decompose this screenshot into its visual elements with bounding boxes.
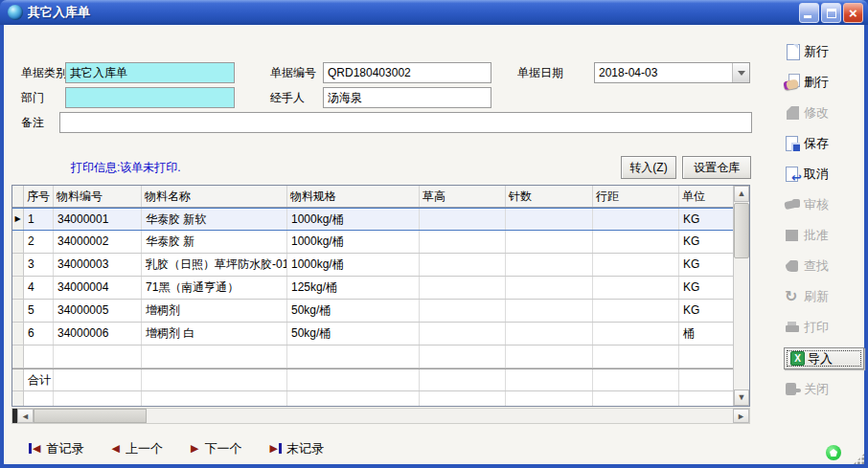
dept-input[interactable] [65,87,235,108]
horizontal-scroll-thumb[interactable] [34,409,147,423]
grid-cell[interactable]: 125kg/桶 [287,277,420,299]
grid-cell[interactable]: 34000003 [54,254,142,276]
grid-cell[interactable] [142,369,287,390]
vertical-scrollbar[interactable]: ▲ ▼ [733,186,749,406]
grid-cell[interactable] [506,277,593,299]
grid-cell[interactable]: 71黑（南通亨通） [142,277,287,299]
column-header-grass_height[interactable]: 草高 [420,186,506,207]
grid-cell[interactable]: 桶 [679,323,734,345]
grid-empty-row[interactable] [12,391,734,406]
grid-cell[interactable]: 34000002 [54,231,142,253]
grid-cell[interactable] [593,231,679,253]
grid-cell[interactable]: 50kg/桶 [287,323,420,345]
grid-row[interactable]: 634000006增稠剂 白50kg/桶桶 [12,323,734,345]
grid-cell[interactable] [593,323,679,345]
grid-cell[interactable] [506,391,593,406]
grid-cell[interactable] [506,231,593,253]
grid-cell[interactable]: KG [679,254,734,276]
grid-cell[interactable]: KG [679,209,734,230]
close-button[interactable]: × [843,3,863,23]
column-header-row_spacing[interactable]: 行距 [593,186,679,207]
grid-cell[interactable] [24,345,54,368]
grid-cell[interactable] [593,209,679,230]
last-record-button[interactable]: ▶末记录 [268,440,323,457]
grid-cell[interactable] [506,254,593,276]
remark-input[interactable] [59,112,752,133]
grid-cell[interactable]: 合计 [24,369,54,390]
grid-cell[interactable] [287,391,420,406]
grid-cell[interactable] [593,391,679,406]
grid-cell[interactable]: KG [679,231,734,253]
scroll-up-icon[interactable]: ▲ [734,186,749,202]
cancel-button[interactable]: 取消 [784,164,862,185]
grid-row[interactable]: 43400000471黑（南通亨通）125kg/桶KG [12,277,734,300]
grid-cell[interactable]: 3 [24,254,54,276]
grid-cell[interactable] [679,369,734,390]
grid-cell[interactable] [287,345,420,368]
grid-row[interactable]: ▶134000001华泰胶 新软1000kg/桶KG [12,208,734,231]
column-header-code[interactable]: 物料编号 [54,186,142,207]
column-header-unit[interactable]: 单位 [679,186,734,207]
grid-cell[interactable]: KG [679,300,734,322]
grid-cell[interactable]: 5 [24,300,54,322]
grid-cell[interactable]: 50kg/桶 [287,300,420,322]
vertical-scroll-thumb[interactable] [734,203,749,258]
grid-cell[interactable] [679,391,734,406]
transfer-button[interactable]: 转入(Z) [621,156,676,179]
grid-empty-row[interactable] [12,345,734,368]
column-header-spec[interactable]: 物料规格 [287,186,420,207]
column-header-name[interactable]: 物料名称 [142,186,287,207]
grid-cell[interactable]: 34000005 [54,300,142,322]
grid-cell[interactable] [506,323,593,345]
grid-cell[interactable]: 6 [24,323,54,345]
grid-cell[interactable] [593,300,679,322]
grid-cell[interactable]: 2 [24,231,54,253]
chevron-down-icon[interactable] [732,63,749,82]
grid-cell[interactable] [420,277,506,299]
grid-row[interactable]: 534000005增稠剂50kg/桶KG [12,300,734,323]
grid-cell[interactable] [420,345,506,368]
grid-cell[interactable] [506,209,593,230]
grid-cell[interactable] [420,300,506,322]
scroll-down-icon[interactable]: ▼ [734,390,749,406]
column-header-needle_count[interactable]: 针数 [506,186,593,207]
doc-type-input[interactable] [65,62,235,83]
minimize-button[interactable] [799,3,819,23]
grid-cell[interactable] [420,369,506,390]
grid-cell[interactable] [679,345,734,368]
grid-cell[interactable]: 1000kg/桶 [287,254,420,276]
grid-cell[interactable]: KG [679,277,734,299]
grid-cell[interactable]: 增稠剂 [142,300,287,322]
prev-record-button[interactable]: ◀上一个 [110,440,162,457]
grid-cell[interactable] [593,369,679,390]
grid-cell[interactable] [420,231,506,253]
import-button[interactable]: 导入 [784,347,864,369]
grid-cell[interactable]: 34000004 [54,277,142,299]
grid-cell[interactable] [506,300,593,322]
column-header-seq[interactable]: 序号 [24,186,54,207]
grid-cell[interactable]: 1 [24,209,54,230]
doc-no-input[interactable] [323,62,491,83]
grid-row[interactable]: 334000003乳胶（日照）草坪防水胶-011000kg/桶KG [12,254,734,277]
grid-cell[interactable]: 34000001 [54,209,142,230]
grid-cell[interactable] [593,254,679,276]
grid-cell[interactable] [142,391,287,406]
delete-row-button[interactable]: 删行 [784,72,862,93]
grid-cell[interactable] [54,345,142,368]
grid-cell[interactable]: 华泰胶 新 [142,231,287,253]
grid-cell[interactable] [420,323,506,345]
grid-cell[interactable]: 华泰胶 新软 [142,209,287,230]
titlebar[interactable]: 其它入库单 × [0,0,868,25]
grid-cell[interactable] [506,345,593,368]
grid-cell[interactable] [593,277,679,299]
first-record-button[interactable]: ◀首记录 [29,440,83,457]
doc-date-combobox[interactable]: 2018-04-03 [594,62,750,83]
new-row-button[interactable]: 新行 [784,41,862,62]
grid-cell[interactable] [420,391,506,406]
grid-cell[interactable]: 1000kg/桶 [287,231,420,253]
scroll-left-icon[interactable]: ◄ [17,409,34,423]
horizontal-scrollbar[interactable]: ◄ ► [11,408,750,424]
grid-cell[interactable] [420,254,506,276]
grid-cell[interactable] [54,391,142,406]
set-warehouse-button[interactable]: 设置仓库 [682,156,751,179]
